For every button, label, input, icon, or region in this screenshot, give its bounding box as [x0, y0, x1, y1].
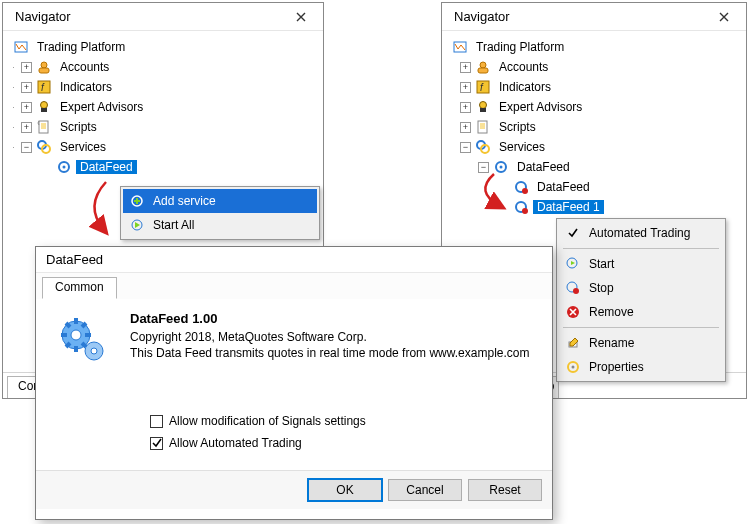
- tree-indicators[interactable]: +fIndicators: [448, 77, 740, 97]
- svg-point-40: [91, 348, 97, 354]
- checkbox-allow-signals[interactable]: Allow modification of Signals settings: [150, 410, 534, 432]
- svg-point-27: [522, 188, 528, 194]
- start-all-icon: [129, 217, 145, 233]
- tree-expert-advisors[interactable]: +Expert Advisors: [9, 97, 317, 117]
- remove-icon: [565, 304, 581, 320]
- titlebar-left: Navigator: [3, 3, 323, 31]
- titlebar-right: Navigator: [442, 3, 746, 31]
- svg-point-1: [41, 62, 47, 68]
- ctx-stop[interactable]: Stop: [559, 276, 723, 300]
- svg-rect-17: [477, 81, 489, 93]
- tree-right: Trading Platform +Accounts +fIndicators …: [442, 31, 746, 221]
- tree-accounts[interactable]: +Accounts: [448, 57, 740, 77]
- ctx-add-service[interactable]: Add service: [123, 189, 317, 213]
- svg-point-15: [480, 62, 486, 68]
- tree-datafeed-child[interactable]: DataFeed: [448, 177, 740, 197]
- svg-point-19: [480, 102, 487, 109]
- platform-icon: [13, 39, 29, 55]
- indicators-icon: f: [475, 79, 491, 95]
- dialog-tabstrip: Common: [36, 273, 552, 299]
- tree-expert-advisors[interactable]: +Expert Advisors: [448, 97, 740, 117]
- svg-point-36: [572, 366, 575, 369]
- expert-icon: [36, 99, 52, 115]
- tree-scripts[interactable]: +Scripts: [448, 117, 740, 137]
- cancel-button[interactable]: Cancel: [388, 479, 462, 501]
- add-icon: [129, 193, 145, 209]
- stop-icon: [565, 280, 581, 296]
- svg-point-5: [41, 102, 48, 109]
- tree-root[interactable]: Trading Platform: [448, 37, 740, 57]
- separator: [563, 248, 719, 249]
- rename-icon: [565, 335, 581, 351]
- svg-point-29: [522, 208, 528, 214]
- svg-point-25: [500, 166, 503, 169]
- ctx-rename[interactable]: Rename: [559, 331, 723, 355]
- service-stopped-icon: [513, 179, 529, 195]
- expert-icon: [475, 99, 491, 115]
- svg-rect-6: [41, 108, 47, 112]
- svg-point-32: [573, 288, 579, 294]
- context-menu-add: Add service Start All: [120, 186, 320, 240]
- close-icon[interactable]: [712, 8, 736, 26]
- service-icon: [493, 159, 509, 175]
- svg-rect-7: [39, 121, 48, 133]
- dialog-description: This Data Feed transmits quotes in real …: [130, 346, 529, 360]
- dialog-buttons: OK Cancel Reset: [36, 470, 552, 509]
- title-right: Navigator: [454, 9, 510, 24]
- scripts-icon: [36, 119, 52, 135]
- check-icon: [565, 225, 581, 241]
- service-icon: [56, 159, 72, 175]
- tree-scripts[interactable]: +Scripts: [9, 117, 317, 137]
- svg-rect-2: [39, 68, 49, 73]
- properties-icon: [565, 359, 581, 375]
- tree-services[interactable]: −Services: [9, 137, 317, 157]
- svg-rect-16: [478, 68, 488, 73]
- dialog-body: DataFeed 1.00 Copyright 2018, MetaQuotes…: [36, 299, 552, 470]
- ctx-start[interactable]: Start: [559, 252, 723, 276]
- reset-button[interactable]: Reset: [468, 479, 542, 501]
- ctx-properties[interactable]: Properties: [559, 355, 723, 379]
- ok-button[interactable]: OK: [308, 479, 382, 501]
- checkbox-allow-automated[interactable]: Allow Automated Trading: [150, 432, 534, 454]
- separator: [563, 327, 719, 328]
- tree-left: Trading Platform +Accounts +fIndicators …: [3, 31, 323, 181]
- services-icon: [475, 139, 491, 155]
- checkbox-checked-icon: [150, 437, 163, 450]
- svg-rect-21: [478, 121, 487, 133]
- accounts-icon: [475, 59, 491, 75]
- tab-common[interactable]: Common: [42, 277, 117, 299]
- dialog-copyright: Copyright 2018, MetaQuotes Software Corp…: [130, 330, 529, 344]
- title-left: Navigator: [15, 9, 71, 24]
- tree-root[interactable]: Trading Platform: [9, 37, 317, 57]
- close-icon[interactable]: [289, 8, 313, 26]
- scripts-icon: [475, 119, 491, 135]
- context-menu-service: Automated Trading Start Stop Remove Rena…: [556, 218, 726, 382]
- tree-indicators[interactable]: +fIndicators: [9, 77, 317, 97]
- ctx-remove[interactable]: Remove: [559, 300, 723, 324]
- svg-point-11: [63, 166, 66, 169]
- svg-rect-20: [480, 108, 486, 112]
- tree-datafeed[interactable]: DataFeed: [9, 157, 317, 177]
- tree-services[interactable]: −Services: [448, 137, 740, 157]
- accounts-icon: [36, 59, 52, 75]
- tree-datafeed-1[interactable]: DataFeed 1: [448, 197, 740, 217]
- svg-point-38: [71, 330, 81, 340]
- datafeed-dialog: DataFeed Common DataFeed 1.00 Copyright …: [35, 246, 553, 520]
- tree-accounts[interactable]: +Accounts: [9, 57, 317, 77]
- tree-datafeed[interactable]: −DataFeed: [448, 157, 740, 177]
- start-icon: [565, 256, 581, 272]
- ctx-auto-trading[interactable]: Automated Trading: [559, 221, 723, 245]
- platform-icon: [452, 39, 468, 55]
- services-icon: [36, 139, 52, 155]
- ctx-start-all[interactable]: Start All: [123, 213, 317, 237]
- dialog-heading: DataFeed 1.00: [130, 311, 529, 326]
- svg-rect-3: [38, 81, 50, 93]
- indicators-icon: f: [36, 79, 52, 95]
- gears-icon: [54, 311, 114, 370]
- dialog-title: DataFeed: [36, 247, 552, 273]
- checkbox-icon: [150, 415, 163, 428]
- service-stopped-icon: [513, 199, 529, 215]
